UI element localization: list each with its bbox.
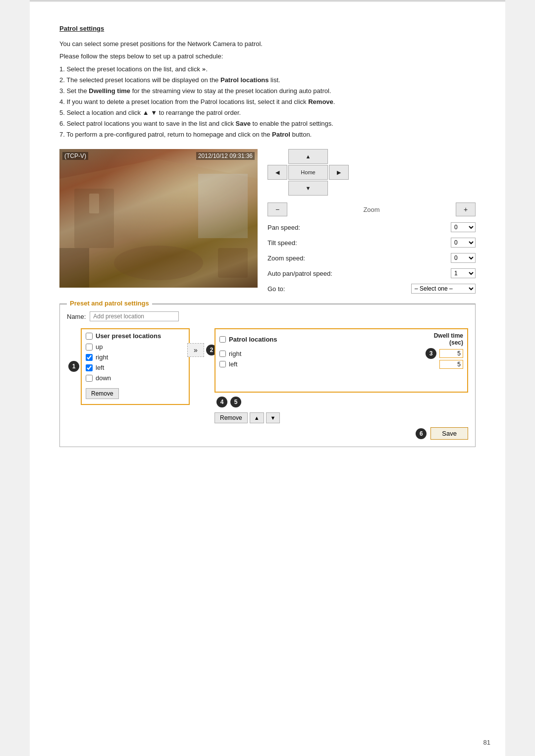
camera-label-right: 2012/10/12 09:31:36 <box>196 152 255 160</box>
badge-6: 6 <box>416 428 427 439</box>
svg-rect-6 <box>59 248 89 288</box>
tilt-speed-label: Tilt speed: <box>268 239 297 247</box>
camera-image <box>59 149 258 288</box>
transfer-button[interactable]: » <box>187 343 204 357</box>
ptz-left-button[interactable]: ◀ <box>268 165 287 180</box>
svg-point-4 <box>114 246 203 280</box>
goto-row: Go to: – Select one – <box>268 284 476 294</box>
camera-label-left: (TCP-V) <box>62 152 88 160</box>
patrol-left-label: left <box>229 360 237 368</box>
user-list-header-label: User preset locations <box>96 332 161 340</box>
svg-rect-3 <box>198 174 248 238</box>
step-1: 1. Select the preset locations on the li… <box>59 64 476 75</box>
checkbox-right[interactable] <box>86 354 93 361</box>
intro-steps: 1. Select the preset locations on the li… <box>59 64 476 141</box>
patrol-header-left: Patrol locations <box>219 336 277 343</box>
save-button[interactable]: Save <box>430 427 468 440</box>
dwell-left-input[interactable] <box>439 360 463 369</box>
patrol-right-label: right <box>229 350 241 357</box>
camera-feed: (TCP-V) 2012/10/12 09:31:36 <box>59 149 258 288</box>
ptz-home-button[interactable]: Home <box>288 165 328 180</box>
intro-line2: Please follow the steps below to set up … <box>59 51 476 62</box>
auto-speed-label: Auto pan/patrol speed: <box>268 270 332 277</box>
list-item-left: left <box>82 362 189 373</box>
item-left-label: left <box>96 364 104 371</box>
zoom-speed-label: Zoom speed: <box>268 254 305 262</box>
patrol-section: Patrol locations Dwell time (sec) right <box>214 328 468 423</box>
badge-3: 3 <box>426 348 436 359</box>
section-title: Patrol settings <box>59 25 476 32</box>
patrol-checkbox-right[interactable] <box>219 351 226 357</box>
patrol-actions-row: Remove ▲ ▼ <box>214 412 468 423</box>
auto-speed-row: Auto pan/patrol speed: 1234 <box>268 268 476 278</box>
item-up-label: up <box>96 343 103 351</box>
name-input[interactable] <box>90 311 179 321</box>
user-list-header: User preset locations <box>82 329 189 342</box>
step-3: 3. Set the Dwelling time for the streami… <box>59 86 476 97</box>
patrol-down-button[interactable]: ▼ <box>266 412 280 423</box>
ptz-down-button[interactable]: ▼ <box>288 181 328 196</box>
zoom-label: Zoom <box>289 206 454 213</box>
user-preset-list: User preset locations up right left down <box>81 328 190 405</box>
ptz-up-button[interactable]: ▲ <box>288 149 328 164</box>
item-down-label: down <box>96 374 111 382</box>
step-7: 7. To perform a pre-configured patrol, r… <box>59 129 476 140</box>
ptz-grid: ▲ ◀ Home ▶ ▼ <box>268 149 476 196</box>
list-item-right: right <box>82 352 189 362</box>
patrol-list-header-label: Patrol locations <box>229 336 277 343</box>
patrol-select-all[interactable] <box>219 336 226 343</box>
tilt-speed-select[interactable]: 0123 <box>451 238 476 248</box>
badge-1: 1 <box>68 361 79 372</box>
page-number: 81 <box>483 739 490 746</box>
goto-select[interactable]: – Select one – <box>411 284 476 294</box>
patrol-up-button[interactable]: ▲ <box>250 412 264 423</box>
zoom-row: − Zoom + <box>268 202 476 216</box>
patrol-remove-button[interactable]: Remove <box>214 412 248 423</box>
preset-box-title: Preset and patrol settings <box>67 300 152 307</box>
svg-rect-5 <box>218 248 248 278</box>
badge-4: 4 <box>216 397 227 407</box>
zoom-plus-button[interactable]: + <box>456 202 476 216</box>
name-row: Name: <box>67 311 468 321</box>
dwell-sec: (sec) <box>449 339 463 346</box>
dwell-header: Dwell time <box>434 332 463 339</box>
camera-controls: ▲ ◀ Home ▶ ▼ − Zoom + Pan speed: 0123 <box>268 149 476 294</box>
zoom-minus-button[interactable]: − <box>268 202 287 216</box>
svg-rect-2 <box>89 194 99 213</box>
step-5: 5. Select a location and click ▲ ▼ to re… <box>59 107 476 118</box>
camera-section: (TCP-V) 2012/10/12 09:31:36 ▲ ◀ Home ▶ ▼… <box>59 149 476 294</box>
user-remove-button[interactable]: Remove <box>86 388 119 399</box>
tilt-speed-row: Tilt speed: 0123 <box>268 238 476 248</box>
goto-label: Go to: <box>268 285 285 293</box>
patrol-list-header: Patrol locations Dwell time (sec) <box>215 329 467 348</box>
intro-line1: You can select some preset positions for… <box>59 39 476 50</box>
pan-speed-select[interactable]: 0123 <box>451 222 476 232</box>
user-list-select-all[interactable] <box>86 333 93 340</box>
zoom-speed-row: Zoom speed: 0123 <box>268 253 476 263</box>
item-right-label: right <box>96 353 108 361</box>
step-4: 4. If you want to delete a preset locati… <box>59 97 476 107</box>
pan-speed-row: Pan speed: 0123 <box>268 222 476 232</box>
zoom-speed-select[interactable]: 0123 <box>451 253 476 263</box>
preset-patrol-box: Preset and patrol settings Name: 1 User … <box>59 303 476 447</box>
auto-speed-select[interactable]: 1234 <box>451 268 476 278</box>
checkbox-down[interactable] <box>86 375 93 382</box>
list-item-up: up <box>82 342 189 352</box>
checkbox-up[interactable] <box>86 344 93 351</box>
name-label: Name: <box>67 313 86 320</box>
dwell-right-input[interactable] <box>439 349 463 358</box>
badge-5: 5 <box>230 397 241 407</box>
checkbox-left[interactable] <box>86 364 93 371</box>
list-item-down: down <box>82 373 189 383</box>
step-2: 2. The selected preset locations will be… <box>59 75 476 86</box>
patrol-item-right: right <box>215 349 426 359</box>
patrol-checkbox-left[interactable] <box>219 361 226 367</box>
step-6: 6. Select patrol locations you want to s… <box>59 118 476 129</box>
ptz-right-button[interactable]: ▶ <box>329 165 349 180</box>
patrol-item-left: left <box>215 359 439 369</box>
patrol-list: Patrol locations Dwell time (sec) right <box>214 328 468 393</box>
pan-speed-label: Pan speed: <box>268 224 300 231</box>
